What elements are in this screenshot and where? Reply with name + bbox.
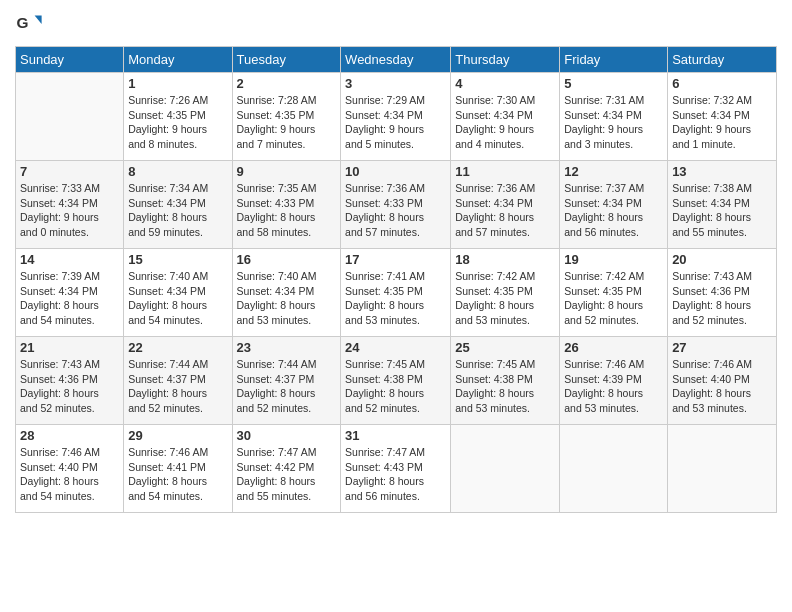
day-number: 15: [128, 252, 227, 267]
day-cell: 19Sunrise: 7:42 AMSunset: 4:35 PMDayligh…: [560, 249, 668, 337]
header-cell-saturday: Saturday: [668, 47, 777, 73]
day-info: Sunrise: 7:40 AMSunset: 4:34 PMDaylight:…: [237, 269, 337, 328]
day-info: Sunrise: 7:37 AMSunset: 4:34 PMDaylight:…: [564, 181, 663, 240]
header-cell-thursday: Thursday: [451, 47, 560, 73]
calendar-header: SundayMondayTuesdayWednesdayThursdayFrid…: [16, 47, 777, 73]
day-cell: 10Sunrise: 7:36 AMSunset: 4:33 PMDayligh…: [341, 161, 451, 249]
day-cell: 20Sunrise: 7:43 AMSunset: 4:36 PMDayligh…: [668, 249, 777, 337]
day-number: 7: [20, 164, 119, 179]
day-info: Sunrise: 7:41 AMSunset: 4:35 PMDaylight:…: [345, 269, 446, 328]
day-cell: [668, 425, 777, 513]
day-info: Sunrise: 7:46 AMSunset: 4:41 PMDaylight:…: [128, 445, 227, 504]
day-cell: 25Sunrise: 7:45 AMSunset: 4:38 PMDayligh…: [451, 337, 560, 425]
week-row-1: 1Sunrise: 7:26 AMSunset: 4:35 PMDaylight…: [16, 73, 777, 161]
week-row-5: 28Sunrise: 7:46 AMSunset: 4:40 PMDayligh…: [16, 425, 777, 513]
day-cell: 12Sunrise: 7:37 AMSunset: 4:34 PMDayligh…: [560, 161, 668, 249]
day-cell: 16Sunrise: 7:40 AMSunset: 4:34 PMDayligh…: [232, 249, 341, 337]
day-number: 13: [672, 164, 772, 179]
day-cell: 1Sunrise: 7:26 AMSunset: 4:35 PMDaylight…: [124, 73, 232, 161]
day-number: 29: [128, 428, 227, 443]
day-number: 27: [672, 340, 772, 355]
day-info: Sunrise: 7:46 AMSunset: 4:40 PMDaylight:…: [20, 445, 119, 504]
week-row-3: 14Sunrise: 7:39 AMSunset: 4:34 PMDayligh…: [16, 249, 777, 337]
day-info: Sunrise: 7:33 AMSunset: 4:34 PMDaylight:…: [20, 181, 119, 240]
day-cell: 5Sunrise: 7:31 AMSunset: 4:34 PMDaylight…: [560, 73, 668, 161]
day-cell: 27Sunrise: 7:46 AMSunset: 4:40 PMDayligh…: [668, 337, 777, 425]
day-info: Sunrise: 7:40 AMSunset: 4:34 PMDaylight:…: [128, 269, 227, 328]
day-info: Sunrise: 7:31 AMSunset: 4:34 PMDaylight:…: [564, 93, 663, 152]
day-cell: 9Sunrise: 7:35 AMSunset: 4:33 PMDaylight…: [232, 161, 341, 249]
page-container: G SundayMondayTuesdayWednesdayThursdayFr…: [0, 0, 792, 523]
day-number: 20: [672, 252, 772, 267]
day-cell: 21Sunrise: 7:43 AMSunset: 4:36 PMDayligh…: [16, 337, 124, 425]
day-number: 3: [345, 76, 446, 91]
day-cell: 26Sunrise: 7:46 AMSunset: 4:39 PMDayligh…: [560, 337, 668, 425]
day-info: Sunrise: 7:36 AMSunset: 4:33 PMDaylight:…: [345, 181, 446, 240]
day-number: 8: [128, 164, 227, 179]
header-cell-monday: Monday: [124, 47, 232, 73]
day-cell: 6Sunrise: 7:32 AMSunset: 4:34 PMDaylight…: [668, 73, 777, 161]
week-row-2: 7Sunrise: 7:33 AMSunset: 4:34 PMDaylight…: [16, 161, 777, 249]
day-info: Sunrise: 7:28 AMSunset: 4:35 PMDaylight:…: [237, 93, 337, 152]
day-info: Sunrise: 7:46 AMSunset: 4:39 PMDaylight:…: [564, 357, 663, 416]
day-number: 12: [564, 164, 663, 179]
day-info: Sunrise: 7:45 AMSunset: 4:38 PMDaylight:…: [345, 357, 446, 416]
logo: G: [15, 10, 46, 38]
day-info: Sunrise: 7:42 AMSunset: 4:35 PMDaylight:…: [564, 269, 663, 328]
day-cell: 15Sunrise: 7:40 AMSunset: 4:34 PMDayligh…: [124, 249, 232, 337]
day-info: Sunrise: 7:29 AMSunset: 4:34 PMDaylight:…: [345, 93, 446, 152]
day-number: 24: [345, 340, 446, 355]
day-cell: [451, 425, 560, 513]
day-info: Sunrise: 7:45 AMSunset: 4:38 PMDaylight:…: [455, 357, 555, 416]
day-cell: [16, 73, 124, 161]
day-cell: 30Sunrise: 7:47 AMSunset: 4:42 PMDayligh…: [232, 425, 341, 513]
day-cell: 29Sunrise: 7:46 AMSunset: 4:41 PMDayligh…: [124, 425, 232, 513]
day-number: 23: [237, 340, 337, 355]
day-number: 10: [345, 164, 446, 179]
day-number: 4: [455, 76, 555, 91]
header-cell-friday: Friday: [560, 47, 668, 73]
day-number: 16: [237, 252, 337, 267]
day-info: Sunrise: 7:34 AMSunset: 4:34 PMDaylight:…: [128, 181, 227, 240]
day-number: 28: [20, 428, 119, 443]
day-number: 19: [564, 252, 663, 267]
day-info: Sunrise: 7:42 AMSunset: 4:35 PMDaylight:…: [455, 269, 555, 328]
day-number: 17: [345, 252, 446, 267]
svg-marker-1: [35, 16, 42, 24]
day-cell: 2Sunrise: 7:28 AMSunset: 4:35 PMDaylight…: [232, 73, 341, 161]
header-cell-sunday: Sunday: [16, 47, 124, 73]
day-number: 31: [345, 428, 446, 443]
day-cell: 8Sunrise: 7:34 AMSunset: 4:34 PMDaylight…: [124, 161, 232, 249]
day-cell: 14Sunrise: 7:39 AMSunset: 4:34 PMDayligh…: [16, 249, 124, 337]
header-row: SundayMondayTuesdayWednesdayThursdayFrid…: [16, 47, 777, 73]
day-info: Sunrise: 7:43 AMSunset: 4:36 PMDaylight:…: [20, 357, 119, 416]
day-number: 11: [455, 164, 555, 179]
day-cell: [560, 425, 668, 513]
calendar: SundayMondayTuesdayWednesdayThursdayFrid…: [15, 46, 777, 513]
day-number: 26: [564, 340, 663, 355]
day-number: 2: [237, 76, 337, 91]
day-cell: 3Sunrise: 7:29 AMSunset: 4:34 PMDaylight…: [341, 73, 451, 161]
day-cell: 23Sunrise: 7:44 AMSunset: 4:37 PMDayligh…: [232, 337, 341, 425]
day-cell: 22Sunrise: 7:44 AMSunset: 4:37 PMDayligh…: [124, 337, 232, 425]
day-number: 30: [237, 428, 337, 443]
day-info: Sunrise: 7:47 AMSunset: 4:42 PMDaylight:…: [237, 445, 337, 504]
week-row-4: 21Sunrise: 7:43 AMSunset: 4:36 PMDayligh…: [16, 337, 777, 425]
day-cell: 28Sunrise: 7:46 AMSunset: 4:40 PMDayligh…: [16, 425, 124, 513]
day-info: Sunrise: 7:43 AMSunset: 4:36 PMDaylight:…: [672, 269, 772, 328]
day-cell: 4Sunrise: 7:30 AMSunset: 4:34 PMDaylight…: [451, 73, 560, 161]
day-cell: 7Sunrise: 7:33 AMSunset: 4:34 PMDaylight…: [16, 161, 124, 249]
day-info: Sunrise: 7:39 AMSunset: 4:34 PMDaylight:…: [20, 269, 119, 328]
day-cell: 13Sunrise: 7:38 AMSunset: 4:34 PMDayligh…: [668, 161, 777, 249]
calendar-body: 1Sunrise: 7:26 AMSunset: 4:35 PMDaylight…: [16, 73, 777, 513]
day-cell: 31Sunrise: 7:47 AMSunset: 4:43 PMDayligh…: [341, 425, 451, 513]
day-cell: 11Sunrise: 7:36 AMSunset: 4:34 PMDayligh…: [451, 161, 560, 249]
svg-text:G: G: [16, 14, 28, 31]
day-info: Sunrise: 7:30 AMSunset: 4:34 PMDaylight:…: [455, 93, 555, 152]
day-info: Sunrise: 7:47 AMSunset: 4:43 PMDaylight:…: [345, 445, 446, 504]
logo-icon: G: [15, 10, 43, 38]
day-number: 14: [20, 252, 119, 267]
day-number: 5: [564, 76, 663, 91]
day-info: Sunrise: 7:35 AMSunset: 4:33 PMDaylight:…: [237, 181, 337, 240]
day-number: 9: [237, 164, 337, 179]
